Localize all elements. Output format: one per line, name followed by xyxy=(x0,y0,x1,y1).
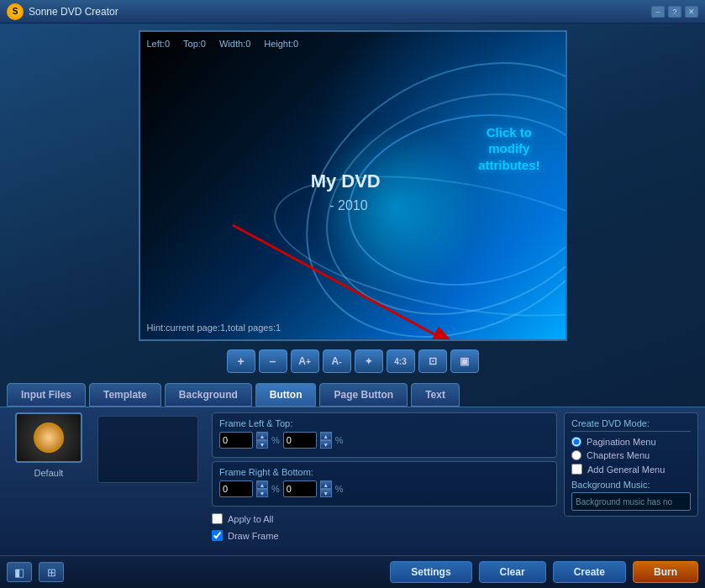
frame-right-bottom-label: Frame Right & Bottom: xyxy=(219,467,550,477)
preview-box[interactable]: Left:0 Top:0 Width:0 Height:0 My DVD - 2… xyxy=(139,30,567,341)
remove-button[interactable]: – xyxy=(259,349,287,373)
clear-button[interactable]: Clear xyxy=(479,561,546,583)
add-general-menu-row: Add General Menu xyxy=(571,464,691,475)
frame-section: Frame Left & Top: ▲ ▼ % ▲ ▼ % xyxy=(205,412,557,550)
preview-button[interactable]: ▣ xyxy=(450,349,479,373)
tab-template[interactable]: Template xyxy=(89,383,161,407)
frame-top-down[interactable]: ▼ xyxy=(320,440,332,449)
text-larger-button[interactable]: A+ xyxy=(291,349,319,373)
dvd-mode-group: Create DVD Mode: Pagination Menu Chapter… xyxy=(564,412,698,517)
frame-right-down[interactable]: ▼ xyxy=(256,489,268,497)
click-hint-text: Click tomodifyattributes! xyxy=(478,124,539,174)
frame-right-bottom-group: Frame Right & Bottom: ▲ ▼ % ▲ ▼ % xyxy=(212,461,557,507)
tab-text[interactable]: Text xyxy=(411,383,460,407)
tab-page-button[interactable]: Page Button xyxy=(319,383,408,407)
aspect-ratio-button[interactable]: 4:3 xyxy=(387,349,415,373)
template-preview-area xyxy=(97,416,198,483)
help-button[interactable]: ? xyxy=(668,6,681,18)
frame-left-input[interactable] xyxy=(219,432,253,449)
frame-left-top-group: Frame Left & Top: ▲ ▼ % ▲ ▼ % xyxy=(212,412,557,458)
tab-bar: Input Files Template Background Button P… xyxy=(0,378,705,407)
fit-button[interactable]: ⊡ xyxy=(418,349,447,373)
coord-left: Left:0 xyxy=(147,39,171,49)
frame-left-top-label: Frame Left & Top: xyxy=(219,418,550,428)
frame-bottom-pct: % xyxy=(335,484,344,494)
frame-bottom-up[interactable]: ▲ xyxy=(320,480,332,489)
footer-icon-2[interactable]: ⊞ xyxy=(39,562,64,582)
burn-button[interactable]: Burn xyxy=(633,561,698,583)
right-panel: Create DVD Mode: Pagination Menu Chapter… xyxy=(564,412,698,550)
frame-right-input[interactable] xyxy=(219,480,253,497)
draw-frame-checkbox[interactable] xyxy=(212,530,223,541)
frame-left-spinner[interactable]: ▲ ▼ xyxy=(256,432,268,449)
thumb-icon xyxy=(34,423,64,453)
add-general-menu-label: Add General Menu xyxy=(587,465,665,475)
app-title: Sonne DVD Creator xyxy=(29,6,651,18)
window-controls[interactable]: – ? ✕ xyxy=(651,6,698,18)
pagination-radio[interactable] xyxy=(571,437,581,447)
bottom-panel: Default Frame Left & Top: ▲ ▼ % ▲ ▼ xyxy=(0,407,705,555)
frame-top-up[interactable]: ▲ xyxy=(320,432,332,440)
apply-to-all-checkbox[interactable] xyxy=(212,513,223,524)
frame-left-top-row: ▲ ▼ % ▲ ▼ % xyxy=(219,432,550,449)
draw-frame-label: Draw Frame xyxy=(228,531,279,541)
preview-container: Left:0 Top:0 Width:0 Height:0 My DVD - 2… xyxy=(139,30,567,376)
frame-right-up[interactable]: ▲ xyxy=(256,480,268,489)
footer: ◧ ⊞ Settings Clear Create Burn xyxy=(0,555,705,588)
thumb-inner xyxy=(17,414,81,461)
frame-left-pct: % xyxy=(271,435,280,445)
frame-right-bottom-row: ▲ ▼ % ▲ ▼ % xyxy=(219,480,550,497)
create-button[interactable]: Create xyxy=(553,561,626,583)
settings-button[interactable]: Settings xyxy=(390,561,471,583)
pagination-menu-row: Pagination Menu xyxy=(571,437,691,447)
template-label: Default xyxy=(34,468,64,478)
bg-music-label: Background Music: xyxy=(571,480,691,490)
main-content: Left:0 Top:0 Width:0 Height:0 My DVD - 2… xyxy=(0,24,705,588)
apply-section: Apply to All Draw Frame xyxy=(212,510,557,543)
template-thumbnail[interactable] xyxy=(15,412,82,463)
frame-bottom-input[interactable] xyxy=(283,480,317,497)
frame-left-up[interactable]: ▲ xyxy=(256,432,268,440)
frame-top-spinner[interactable]: ▲ ▼ xyxy=(320,432,332,449)
add-button[interactable]: + xyxy=(227,349,255,373)
chapters-label: Chapters Menu xyxy=(587,450,650,460)
tab-button[interactable]: Button xyxy=(255,383,317,407)
frame-left-down[interactable]: ▼ xyxy=(256,440,268,449)
preview-coords: Left:0 Top:0 Width:0 Height:0 xyxy=(147,39,299,49)
template-section: Default xyxy=(7,412,91,550)
frame-top-pct: % xyxy=(335,435,344,445)
close-button[interactable]: ✕ xyxy=(685,6,698,18)
frame-right-spinner[interactable]: ▲ ▼ xyxy=(256,480,268,497)
bg-music-input[interactable] xyxy=(571,492,691,511)
dvd-mode-title: Create DVD Mode: xyxy=(571,418,691,432)
pagination-label: Pagination Menu xyxy=(587,437,656,447)
tab-input-files[interactable]: Input Files xyxy=(7,383,86,407)
frame-top-input[interactable] xyxy=(283,432,317,449)
tab-background[interactable]: Background xyxy=(165,383,252,407)
preview-title[interactable]: My DVD xyxy=(311,171,381,192)
chapters-radio[interactable] xyxy=(571,450,581,460)
animate-button[interactable]: ✦ xyxy=(355,349,383,373)
coord-width: Width:0 xyxy=(219,39,250,49)
coord-top: Top:0 xyxy=(183,39,206,49)
preview-subtitle[interactable]: - 2010 xyxy=(329,198,367,213)
draw-frame-row: Draw Frame xyxy=(212,530,557,541)
app-icon: S xyxy=(7,3,24,20)
apply-to-all-label: Apply to All xyxy=(228,514,273,524)
add-general-menu-checkbox[interactable] xyxy=(571,464,582,475)
minimize-button[interactable]: – xyxy=(651,6,665,18)
frame-bottom-spinner[interactable]: ▲ ▼ xyxy=(320,480,332,497)
toolbar: + – A+ A- ✦ 4:3 ⊡ ▣ xyxy=(139,346,567,376)
apply-to-all-row: Apply to All xyxy=(212,513,557,524)
frame-bottom-down[interactable]: ▼ xyxy=(320,489,332,497)
title-bar: S Sonne DVD Creator – ? ✕ xyxy=(0,0,705,24)
footer-icon-1[interactable]: ◧ xyxy=(7,562,32,582)
frame-right-pct: % xyxy=(271,484,280,494)
hint-text: Hint:current page:1,total pages:1 xyxy=(147,323,281,333)
chapters-menu-row: Chapters Menu xyxy=(571,450,691,460)
text-smaller-button[interactable]: A- xyxy=(323,349,351,373)
coord-height: Height:0 xyxy=(264,39,298,49)
